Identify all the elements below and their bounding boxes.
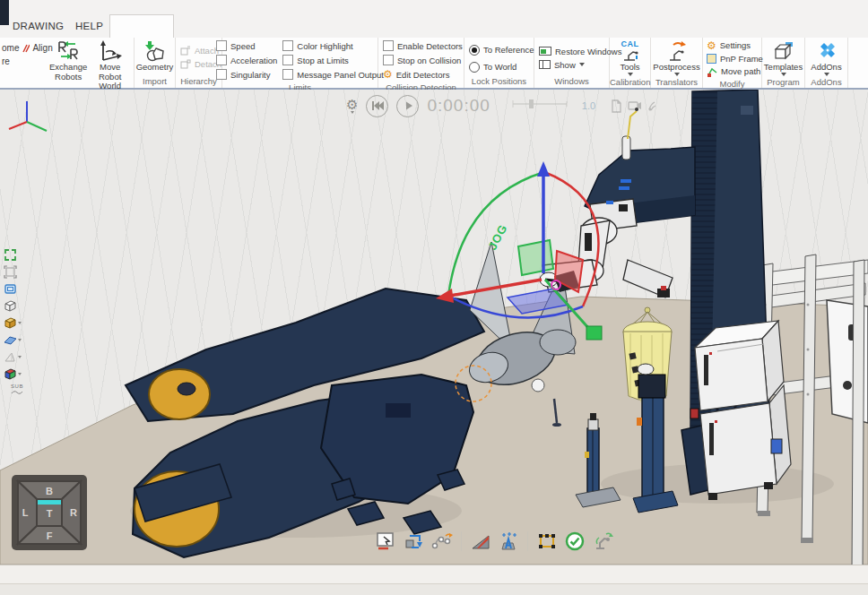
enable-detectors-checkbox-row[interactable]: Enable Detectors (383, 40, 463, 51)
singularity-checkbox[interactable] (216, 69, 227, 80)
render-mode-dropdown[interactable] (4, 315, 30, 330)
validate-button[interactable] (563, 530, 586, 553)
to-reference-radio-row[interactable]: To Reference (469, 45, 534, 56)
navcube-label-left: L (22, 507, 29, 518)
speed-checkbox[interactable] (216, 40, 227, 51)
exchange-robots-button[interactable]: Exchange Robots (48, 39, 88, 82)
geometry-button[interactable]: Geometry (135, 39, 175, 73)
singularity-checkbox-row[interactable]: Singularity (216, 69, 277, 80)
ramp-icon (470, 530, 491, 552)
world-origin-triad (9, 101, 47, 131)
wire-cube-icon (4, 299, 17, 313)
color-highlight-checkbox-row[interactable]: Color Highlight (282, 40, 384, 51)
stop-at-limits-checkbox-row[interactable]: Stop at Limits (282, 55, 384, 65)
edit-detectors-button[interactable]: ⚙Edit Detectors (383, 69, 449, 80)
view-editor-button[interactable] (4, 281, 30, 296)
group-label-translators: Translators (651, 77, 702, 89)
robot-simulation-app: DRAWING HELP ome Align re (0, 0, 868, 595)
calibration-robot-icon (621, 48, 639, 61)
sub-tool-button[interactable]: SUB (4, 384, 30, 398)
view-plane-dropdown[interactable] (4, 332, 30, 347)
group-label-modify: Modify (703, 79, 761, 90)
tab-help[interactable]: HELP (65, 14, 114, 38)
selection-frame-icon (4, 265, 17, 279)
pnp-frame-button[interactable]: PnP Frame (707, 54, 763, 64)
play-button[interactable] (396, 95, 419, 117)
ribbon-body: ome Align re (0, 38, 868, 90)
settings-button[interactable]: ⚙Settings (707, 40, 751, 51)
chevron-down-icon (781, 73, 786, 76)
simulation-speed-slider[interactable] (511, 98, 569, 114)
addons-button[interactable]: AddOns (807, 39, 846, 76)
fit-view-button[interactable] (4, 247, 30, 262)
ribbon-group-limits: Speed Acceleration Singularity Color Hig… (222, 38, 378, 88)
update-component-button[interactable] (403, 530, 426, 553)
playback-settings-button[interactable]: ⚙ (346, 98, 358, 114)
transform-frame-button[interactable] (535, 530, 559, 553)
shaded-cube-icon (4, 316, 17, 330)
enable-detectors-checkbox[interactable] (383, 40, 394, 51)
limit-profile-button[interactable] (469, 530, 492, 553)
record-video-icon[interactable] (628, 100, 642, 111)
gear-icon: ⚙ (346, 98, 358, 111)
3d-scene[interactable]: JOG (0, 90, 868, 565)
tools-partial-buttons: ome Align re (2, 39, 48, 68)
to-world-radio[interactable] (469, 62, 480, 73)
message-panel-output-checkbox-row[interactable]: Message Panel Output (282, 69, 384, 80)
blue-frame-icon (4, 282, 17, 296)
robot-reachability-button[interactable] (591, 530, 614, 553)
group-label-program: Program (762, 77, 804, 89)
to-reference-radio[interactable] (469, 45, 480, 56)
ribbon-group-addons: AddOns AddOns (805, 38, 848, 88)
prism-icon (4, 350, 17, 364)
calibration-tools-button[interactable]: CAL Tools (612, 39, 648, 76)
annotation-button[interactable] (497, 530, 520, 553)
navigation-cube: B L T R F (12, 475, 87, 554)
projection-dropdown[interactable] (4, 349, 30, 364)
acceleration-checkbox-row[interactable]: Acceleration (216, 55, 277, 65)
stop-on-collision-checkbox-row[interactable]: Stop on Collision (383, 55, 461, 65)
signal-icon[interactable] (647, 100, 660, 111)
jog-label: JOG (485, 221, 510, 252)
speed-checkbox-row[interactable]: Speed (216, 40, 277, 51)
home-button-partial[interactable]: ome (2, 43, 19, 53)
view-orientation-dropdown[interactable] (4, 366, 30, 381)
ribbon: DRAWING HELP ome Align re (0, 0, 868, 90)
color-highlight-checkbox[interactable] (282, 40, 293, 51)
to-world-radio-row[interactable]: To World (469, 62, 516, 73)
stop-at-limits-checkbox[interactable] (282, 55, 293, 65)
navcube-edge-highlight[interactable] (38, 500, 61, 504)
zoom-selection-button[interactable] (4, 264, 30, 279)
show-dropdown[interactable]: Show (539, 60, 585, 70)
stop-on-collision-checkbox[interactable] (383, 55, 394, 65)
jog-axis-z-arrow[interactable] (537, 161, 550, 177)
toolbar-separator (527, 531, 528, 551)
simulation-time: 0:00:00 (427, 96, 490, 116)
wireframe-view-button[interactable] (4, 298, 30, 313)
chevron-down-icon (18, 373, 22, 375)
align-icon (22, 44, 30, 53)
jog-plane-xy-green[interactable] (518, 240, 553, 275)
page-icon[interactable] (611, 99, 622, 113)
navcube-label-top: T (47, 508, 53, 519)
measure-button-partial[interactable]: re (2, 56, 10, 66)
templates-button[interactable]: Templates (763, 39, 803, 76)
tab-active[interactable] (109, 14, 174, 39)
path-statistics-button[interactable] (430, 530, 454, 553)
ribbon-group-lock-positions: To Reference To World Lock Positions (464, 38, 534, 88)
view-toolbar: SUB (4, 247, 30, 398)
swap-arrows-icon (404, 530, 425, 552)
jog-axis-y-handle[interactable] (586, 326, 602, 340)
pnp-frame-icon (707, 54, 716, 64)
postprocess-button[interactable]: Postprocess (652, 39, 700, 76)
rgb-cube-icon (4, 367, 17, 381)
acceleration-checkbox[interactable] (216, 55, 227, 65)
attach-button[interactable]: Attach (180, 46, 219, 56)
reset-simulation-button[interactable] (366, 95, 388, 117)
3d-viewport[interactable]: JOG ⚙ 0:00:00 (0, 90, 868, 565)
capture-view-button[interactable] (375, 530, 398, 553)
message-panel-output-checkbox[interactable] (282, 69, 293, 80)
move-path-button[interactable]: Move path (707, 66, 760, 77)
check-circle-icon (564, 530, 586, 552)
show-windows-icon (539, 60, 551, 69)
